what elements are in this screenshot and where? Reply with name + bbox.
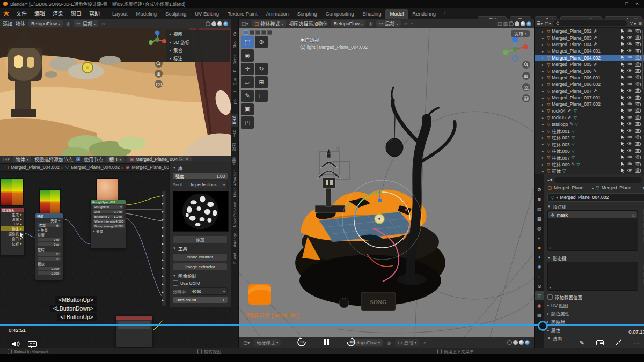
- hide-eye-icon[interactable]: [627, 29, 633, 34]
- filter-icon[interactable]: ▾: [629, 21, 636, 26]
- object-name[interactable]: Merged_Plane_007: [552, 88, 591, 94]
- outliner-row[interactable]: ▸ ▽ rock04 ✎ ▽: [535, 108, 644, 114]
- wireframe-shading-icon[interactable]: [509, 21, 514, 26]
- disable-render-camera-icon[interactable]: [635, 49, 641, 54]
- object-name[interactable]: 柱体.007: [552, 154, 570, 161]
- rewind-10-button[interactable]: 10: [297, 337, 306, 347]
- tool-button[interactable]: ▣: [241, 103, 254, 115]
- vertex-groups-list[interactable]: ❖ mask ⌂ ▸: [547, 210, 638, 251]
- shape-keys-list[interactable]: ▸: [547, 262, 638, 291]
- panel-header[interactable]: ▸颜色属性: [547, 309, 644, 318]
- object-name[interactable]: Merged_Plane_002: [552, 28, 591, 34]
- menu-item[interactable]: 帮助: [85, 11, 104, 17]
- edit-pencil-icon[interactable]: ✎: [580, 339, 584, 346]
- tiles-count-field[interactable]: Tiles count1: [173, 297, 228, 303]
- editor-type-icon[interactable]: ◳▾: [243, 340, 250, 345]
- expand-arrow-icon[interactable]: ▸: [542, 116, 545, 120]
- panel-tab[interactable]: 选项: [231, 154, 238, 167]
- proportional-edit-icon[interactable]: ◎: [387, 340, 391, 345]
- use-udim-checkbox[interactable]: [173, 280, 178, 286]
- add-rest-position-row[interactable]: 添加静置位置: [547, 293, 644, 301]
- panel-tab[interactable]: Sho: [231, 39, 238, 51]
- tool-button[interactable]: ∟: [255, 90, 268, 102]
- expand-arrow-icon[interactable]: ▸: [542, 69, 545, 73]
- selectable-cursor-icon[interactable]: [621, 115, 625, 120]
- expand-arrow-icon[interactable]: ▸: [542, 36, 545, 40]
- image-extractor-button[interactable]: Image extractor: [173, 263, 228, 271]
- hide-eye-icon[interactable]: [627, 149, 633, 153]
- disable-render-camera-icon[interactable]: [635, 55, 641, 60]
- menu-item[interactable]: 渲染: [49, 11, 67, 17]
- object-name[interactable]: 柱体.006: [552, 147, 570, 154]
- properties-tab[interactable]: ◙: [535, 195, 544, 204]
- disable-render-camera-icon[interactable]: [635, 42, 641, 47]
- panel-tab[interactable]: Arrange: [231, 230, 238, 250]
- expand-arrow-icon[interactable]: ▸: [542, 89, 545, 93]
- camera-view-icon[interactable]: [522, 83, 530, 91]
- solid-shading-icon[interactable]: [211, 21, 216, 26]
- selectable-cursor-icon[interactable]: [621, 102, 625, 107]
- vertex-group-item[interactable]: ❖ mask ⌂: [548, 211, 637, 218]
- workspace-tab[interactable]: UV Editing: [191, 9, 223, 19]
- expand-arrow-icon[interactable]: ▸: [542, 96, 545, 100]
- volume-icon[interactable]: [12, 340, 20, 350]
- pip-icon[interactable]: [596, 340, 604, 346]
- snap-magnet-icon[interactable]: ∩: [101, 21, 105, 26]
- properties-tab[interactable]: ◍: [535, 224, 544, 233]
- proportional-edit-icon[interactable]: ◎: [369, 21, 373, 26]
- disable-render-camera-icon[interactable]: [635, 142, 641, 146]
- expand-arrow-icon[interactable]: ▸: [542, 136, 545, 139]
- solid-shading-icon[interactable]: [515, 21, 519, 26]
- disable-render-camera-icon[interactable]: [635, 149, 641, 153]
- viewport-3d[interactable]: SONG: [239, 28, 534, 337]
- node-output-socket[interactable]: 法向●: [1, 217, 24, 221]
- node-output-socket[interactable]: 反射●: [1, 241, 24, 246]
- properties-tab[interactable]: ◉: [535, 301, 544, 310]
- outliner-row[interactable]: ▸ ▽ Merged_Plane_007.002 ✎ ▽: [535, 101, 644, 107]
- blender-menu-icon[interactable]: 🟊: [0, 10, 12, 17]
- disable-render-camera-icon[interactable]: [635, 122, 641, 127]
- hide-eye-icon[interactable]: [627, 162, 633, 167]
- snap-magnet-icon[interactable]: ∩: [423, 340, 427, 345]
- expand-arrow-icon[interactable]: ▸: [542, 29, 545, 33]
- object-name[interactable]: 柱体.001: [552, 128, 570, 134]
- mapping-node[interactable]: 映射 矢量● 类型:点 ●矢量 位置 0 m 0 m 旋转 0° 0° 缩放 1…: [35, 213, 63, 280]
- expand-arrow-icon[interactable]: ▸: [542, 149, 545, 153]
- disable-render-camera-icon[interactable]: [635, 62, 641, 67]
- expand-arrow-icon[interactable]: ▸: [542, 63, 545, 67]
- object-name[interactable]: 柱体.009: [552, 161, 570, 167]
- selectable-cursor-icon[interactable]: [621, 88, 625, 93]
- menu-item[interactable]: 视图: [34, 157, 44, 162]
- outliner-scrollbar[interactable]: [642, 30, 643, 89]
- retopoflow-menu[interactable]: RetopoFlow▾: [331, 20, 365, 27]
- tool-button[interactable]: ↻: [255, 63, 268, 75]
- hide-eye-icon[interactable]: [627, 129, 633, 134]
- expand-arrow-icon[interactable]: ▸: [542, 162, 545, 166]
- selectable-cursor-icon[interactable]: [621, 95, 625, 100]
- expand-arrow-icon[interactable]: ▸: [542, 156, 545, 159]
- panel-tab[interactable]: Fluent: [231, 250, 238, 267]
- properties-tab[interactable]: ■: [535, 243, 544, 252]
- selectable-cursor-icon[interactable]: [621, 155, 625, 160]
- expand-arrow-icon[interactable]: ▸: [542, 49, 545, 53]
- more-options-icon[interactable]: ⋯: [633, 339, 639, 346]
- disable-render-camera-icon[interactable]: [635, 29, 641, 34]
- outliner-row[interactable]: ▸ ▽ Merged_Plane_004 ✎ ▽: [535, 41, 644, 48]
- hide-eye-icon[interactable]: [627, 62, 633, 67]
- outliner-row[interactable]: ▸ ▽ Merged_Plane_005 ✎ ▽: [535, 61, 644, 68]
- close-button[interactable]: ×: [636, 1, 639, 6]
- properties-tab[interactable]: ⚙: [535, 185, 544, 194]
- panel-tab[interactable]: F: [231, 67, 238, 75]
- outliner-row[interactable]: ▸ ▽ 柱体.003 ✎ ▽: [535, 141, 644, 147]
- disable-render-camera-icon[interactable]: [635, 108, 641, 113]
- tool-button[interactable]: ⊕: [255, 36, 268, 48]
- selectable-cursor-icon[interactable]: [621, 35, 625, 40]
- expand-arrow-icon[interactable]: ▸: [542, 142, 545, 146]
- panel-tab[interactable]: 视图: [231, 141, 238, 154]
- image-texture-node[interactable]: [115, 315, 153, 348]
- exit-fullscreen-icon[interactable]: [616, 339, 621, 346]
- properties-tab[interactable]: ▤: [535, 204, 544, 213]
- library-section-title[interactable]: 库: [178, 165, 183, 171]
- object-name[interactable]: 锥体: [552, 167, 561, 174]
- menu-item[interactable]: 编辑: [31, 11, 49, 17]
